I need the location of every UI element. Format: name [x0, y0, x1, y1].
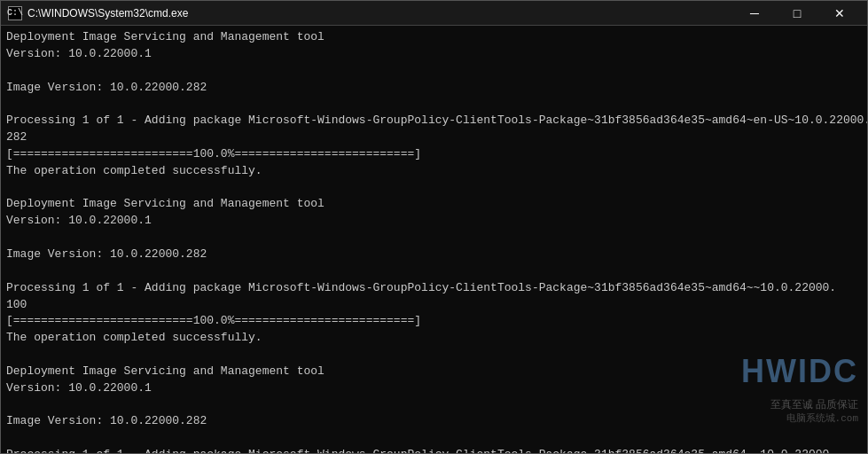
console-line: Version: 10.0.22000.1: [6, 46, 862, 63]
maximize-button[interactable]: □: [777, 1, 817, 26]
console-line: Image Version: 10.0.22000.282: [6, 80, 862, 97]
console-line: Deployment Image Servicing and Managemen…: [6, 364, 862, 380]
window-icon: C:\: [8, 6, 22, 20]
console-line: Processing 1 of 1 - Adding package Micro…: [6, 113, 862, 129]
console-line: [6, 430, 862, 447]
console-line: The operation completed successfully.: [6, 163, 862, 180]
cmd-window: C:\ C:\WINDOWS\System32\cmd.exe ─ □ ✕ De…: [0, 0, 868, 454]
window-controls: ─ □ ✕: [734, 1, 860, 26]
console-line: 100: [6, 297, 862, 314]
console-line: Processing 1 of 1 - Adding package Micro…: [6, 447, 862, 453]
console-line: [==========================100.0%=======…: [6, 313, 862, 330]
console-line: Processing 1 of 1 - Adding package Micro…: [6, 280, 862, 297]
minimize-button[interactable]: ─: [734, 1, 775, 26]
console-line: [6, 263, 862, 280]
console-line: [6, 347, 862, 364]
window-title: C:\WINDOWS\System32\cmd.exe: [27, 7, 734, 20]
console-line: Deployment Image Servicing and Managemen…: [6, 29, 862, 46]
console-line: [6, 180, 862, 197]
close-button[interactable]: ✕: [819, 1, 860, 26]
console-line: Version: 10.0.22000.1: [6, 380, 862, 397]
console-line: Version: 10.0.22000.1: [6, 213, 862, 230]
console-line: [==========================100.0%=======…: [6, 146, 862, 163]
console-line: Image Version: 10.0.22000.282: [6, 247, 862, 263]
console-line: Deployment Image Servicing and Managemen…: [6, 196, 862, 213]
console-area: Deployment Image Servicing and Managemen…: [1, 26, 867, 453]
console-line: 282: [6, 129, 862, 146]
console-line: [6, 397, 862, 414]
console-line: Image Version: 10.0.22000.282: [6, 413, 862, 430]
console-line: [6, 230, 862, 247]
console-line: [6, 96, 862, 113]
window-icon-label: C:\: [7, 8, 23, 18]
console-line: [6, 63, 862, 80]
title-bar: C:\ C:\WINDOWS\System32\cmd.exe ─ □ ✕: [1, 1, 867, 26]
console-line: The operation completed successfully.: [6, 330, 862, 347]
console-output: Deployment Image Servicing and Managemen…: [6, 29, 862, 453]
